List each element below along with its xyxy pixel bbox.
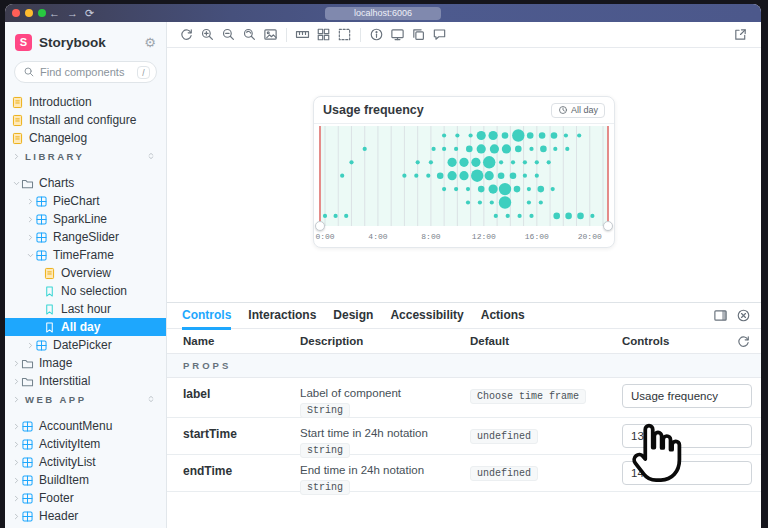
sidebar-item-activityitem[interactable]: ActivityItem xyxy=(5,435,166,453)
back-icon[interactable]: ← xyxy=(49,6,60,20)
zoom-in-icon[interactable] xyxy=(197,24,218,45)
chevron-right-icon[interactable] xyxy=(11,439,21,449)
prop-description: End time in 24h notationstring xyxy=(300,464,424,495)
sidebar-item-all-day[interactable]: All day xyxy=(5,318,166,336)
open-external-icon[interactable] xyxy=(730,24,751,45)
sidebar-item-interstitial[interactable]: Interstitial xyxy=(5,372,166,390)
remount-icon[interactable] xyxy=(176,24,197,45)
sidebar-item-activitylist[interactable]: ActivityList xyxy=(5,453,166,471)
chevron-right-icon[interactable] xyxy=(25,214,35,224)
chevron-right-icon[interactable] xyxy=(11,376,21,386)
sidebar-item-piechart[interactable]: PieChart xyxy=(5,192,166,210)
browser-window: ← → ⟳ localhost:6006 S Storybook ⚙ Find … xyxy=(5,4,761,528)
panel-position-icon[interactable] xyxy=(713,308,728,323)
range-handle-left[interactable] xyxy=(315,221,325,231)
minimize-window-icon[interactable] xyxy=(25,9,33,17)
default-chip: undefined xyxy=(470,429,538,444)
sidebar-item-changelog[interactable]: Changelog xyxy=(5,129,166,147)
close-window-icon[interactable] xyxy=(12,9,20,17)
sidebar-item-overview[interactable]: Overview xyxy=(5,264,166,282)
collapse-icon[interactable] xyxy=(146,151,156,161)
chevron-right-icon[interactable] xyxy=(25,196,35,206)
chevron-right-icon[interactable] xyxy=(11,421,21,431)
control-input-endTime[interactable] xyxy=(622,461,752,485)
sidebar-item-charts[interactable]: Charts xyxy=(5,174,166,192)
args-row-startTime: startTimeStart time in 24h notationstrin… xyxy=(167,418,761,455)
component-icon xyxy=(21,510,34,523)
component-icon xyxy=(35,231,48,244)
zoom-window-icon[interactable] xyxy=(38,9,46,17)
close-panel-icon[interactable] xyxy=(736,308,751,323)
column-description: Description xyxy=(300,335,363,347)
sidebar-item-accountmenu[interactable]: AccountMenu xyxy=(5,417,166,435)
section-web-app[interactable]: WEB APP xyxy=(5,390,166,408)
collapse-icon[interactable] xyxy=(146,394,156,404)
grid-icon[interactable] xyxy=(313,24,334,45)
sidebar-item-header[interactable]: Header xyxy=(5,507,166,525)
viewport-icon[interactable] xyxy=(387,24,408,45)
sidebar-item-install-and-configure[interactable]: Install and configure xyxy=(5,111,166,129)
outline-icon[interactable] xyxy=(334,24,355,45)
timeframe-badge[interactable]: All day xyxy=(551,103,605,118)
story-icon xyxy=(43,321,56,334)
tab-controls[interactable]: Controls xyxy=(182,303,231,329)
section-library[interactable]: LIBRARY xyxy=(5,147,166,165)
sidebar-item-no-selection[interactable]: No selection xyxy=(5,282,166,300)
sidebar-item-image[interactable]: Image xyxy=(5,354,166,372)
tab-actions[interactable]: Actions xyxy=(481,303,525,329)
gear-icon[interactable]: ⚙ xyxy=(144,36,156,49)
zoom-out-icon[interactable] xyxy=(218,24,239,45)
chevron-right-icon[interactable] xyxy=(11,358,21,368)
sidebar-item-datepicker[interactable]: DatePicker xyxy=(5,336,166,354)
chevron-right-icon[interactable] xyxy=(25,232,35,242)
reset-controls-icon[interactable] xyxy=(736,334,751,349)
search-icon xyxy=(23,66,35,78)
chevron-right-icon[interactable] xyxy=(11,493,21,503)
vision-simulator-icon[interactable] xyxy=(366,24,387,45)
backgrounds-icon[interactable] xyxy=(260,24,281,45)
sidebar-item-sparkline[interactable]: SparkLine xyxy=(5,210,166,228)
address-bar[interactable]: localhost:6006 xyxy=(325,7,441,20)
component-icon xyxy=(21,438,34,451)
range-handle-right[interactable] xyxy=(603,221,613,231)
sidebar-item-last-hour[interactable]: Last hour xyxy=(5,300,166,318)
sidebar-item-timeframe[interactable]: TimeFrame xyxy=(5,246,166,264)
prop-name: startTime xyxy=(183,427,237,441)
chevron-right-icon[interactable] xyxy=(11,475,21,485)
sidebar-item-footer[interactable]: Footer xyxy=(5,489,166,507)
chevron-right-icon[interactable] xyxy=(11,511,21,521)
zoom-reset-icon[interactable] xyxy=(239,24,260,45)
forward-icon[interactable]: → xyxy=(67,6,78,20)
timeframe-card: Usage frequency All day xyxy=(313,96,615,248)
doc-icon xyxy=(11,96,24,109)
args-row-endTime: endTimeEnd time in 24h notationstringund… xyxy=(167,455,761,492)
sidebar: S Storybook ⚙ Find components / Introduc… xyxy=(5,22,167,528)
storybook-logo[interactable]: S xyxy=(15,34,32,51)
search-input[interactable]: Find components / xyxy=(14,61,157,83)
sidebar-item-introduction[interactable]: Introduction xyxy=(5,93,166,111)
panel-tabs: ControlsInteractionsDesignAccessibilityA… xyxy=(167,303,761,329)
component-icon xyxy=(21,420,34,433)
control-input-label[interactable] xyxy=(622,384,752,408)
tab-design[interactable]: Design xyxy=(333,303,373,329)
folder-icon xyxy=(21,357,34,370)
addon-panel-icon[interactable] xyxy=(429,24,450,45)
chevron-right-icon[interactable] xyxy=(11,457,21,467)
tab-interactions[interactable]: Interactions xyxy=(248,303,316,329)
search-shortcut-badge: / xyxy=(137,66,150,79)
doc-icon xyxy=(11,132,24,145)
chevron-down-icon[interactable] xyxy=(25,250,35,260)
tab-accessibility[interactable]: Accessibility xyxy=(390,303,463,329)
chevron-right-icon[interactable] xyxy=(25,340,35,350)
chevron-down-icon[interactable] xyxy=(11,178,21,188)
prop-name: label xyxy=(183,387,210,401)
sidebar-item-builditem[interactable]: BuildItem xyxy=(5,471,166,489)
ruler-icon[interactable] xyxy=(292,24,313,45)
sidebar-item-rangeslider[interactable]: RangeSlider xyxy=(5,228,166,246)
reload-icon[interactable]: ⟳ xyxy=(85,6,94,20)
control-input-startTime[interactable] xyxy=(622,424,752,448)
doc-icon xyxy=(11,114,24,127)
copy-canvas-icon[interactable] xyxy=(408,24,429,45)
story-icon xyxy=(43,303,56,316)
component-icon xyxy=(35,249,48,262)
